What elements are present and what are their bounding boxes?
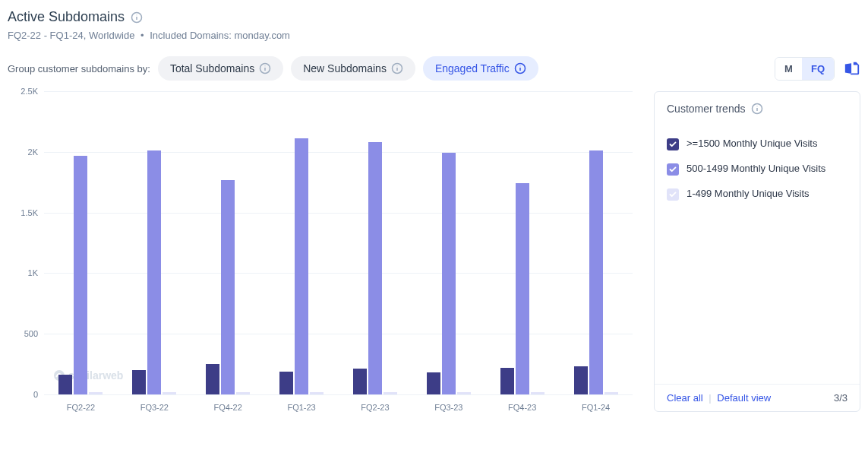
y-tick-label: 0 [8, 390, 38, 399]
bar[interactable] [604, 392, 618, 394]
checkbox-icon [667, 188, 679, 201]
bar[interactable] [89, 392, 103, 394]
separator: | [709, 392, 711, 404]
pill-total-subdomains[interactable]: Total Subdomains [158, 56, 283, 81]
bar-group [427, 91, 471, 394]
pill-engaged-traffic[interactable]: Engaged Traffic [423, 56, 538, 81]
pill-label: Engaged Traffic [435, 62, 510, 74]
bars-container [44, 91, 633, 394]
bar[interactable] [163, 392, 176, 394]
bar[interactable] [574, 366, 588, 394]
svg-point-15 [757, 106, 758, 106]
svg-point-11 [519, 65, 520, 66]
gridline [44, 394, 633, 395]
bar[interactable] [74, 156, 87, 394]
page-title: Active Subdomains [8, 9, 125, 25]
x-tick-label: FQ4-23 [501, 403, 544, 412]
chart: similarweb 05001K1.5K2K2.5K FQ2-22FQ3-22… [8, 91, 640, 412]
x-tick-label: FQ4-22 [207, 403, 249, 412]
y-tick-label: 2.5K [8, 87, 38, 96]
bar[interactable] [132, 370, 146, 394]
bar[interactable] [427, 372, 440, 394]
clear-all-link[interactable]: Clear all [667, 392, 703, 404]
y-tick-label: 1.5K [8, 208, 38, 217]
bar[interactable] [442, 153, 456, 394]
legend-label: 500-1499 Monthly Unique Visits [687, 163, 825, 176]
bar-group [132, 91, 176, 394]
legend-panel: Customer trends >=1500 Monthly Unique Vi… [654, 91, 860, 412]
bar-group [279, 91, 324, 394]
period-toggle: M FQ [775, 57, 835, 81]
bar-group [500, 91, 544, 394]
bar[interactable] [279, 372, 293, 394]
export-excel-icon[interactable] [844, 60, 860, 77]
info-icon[interactable] [131, 11, 143, 24]
x-tick-label: FQ1-23 [280, 403, 323, 412]
bar[interactable] [310, 392, 324, 394]
default-view-link[interactable]: Default view [717, 392, 771, 404]
bar[interactable] [295, 138, 308, 394]
x-tick-label: FQ2-23 [354, 403, 396, 412]
legend-label: 1-499 Monthly Unique Visits [687, 188, 810, 201]
group-by-label: Group customer subdomains by: [8, 63, 150, 74]
pill-label: New Subdomains [303, 62, 387, 74]
legend-count: 3/3 [834, 392, 847, 404]
checkbox-icon [667, 138, 679, 150]
subtitle-domains-prefix: Included Domains: [150, 30, 232, 41]
legend-item[interactable]: 1-499 Monthly Unique Visits [667, 182, 847, 207]
bar[interactable] [500, 368, 514, 394]
bar[interactable] [353, 369, 367, 394]
bar[interactable] [531, 392, 544, 394]
bar[interactable] [368, 142, 382, 394]
dot-separator: • [140, 30, 144, 41]
checkbox-icon [667, 163, 679, 176]
pill-label: Total Subdomains [170, 62, 254, 74]
bar[interactable] [383, 392, 397, 394]
bar-group [58, 91, 103, 394]
bar-group [574, 91, 618, 394]
bar[interactable] [236, 392, 250, 394]
x-tick-label: FQ2-22 [59, 403, 102, 412]
legend-label: >=1500 Monthly Unique Visits [687, 138, 817, 150]
subtitle: FQ2-22 - FQ1-24, Worldwide • Included Do… [8, 30, 860, 41]
svg-point-5 [265, 65, 266, 66]
toggle-month[interactable]: M [775, 58, 802, 80]
info-icon [514, 62, 526, 74]
bar[interactable] [516, 183, 529, 394]
svg-point-8 [396, 65, 397, 66]
y-tick-label: 500 [8, 329, 38, 338]
info-icon [391, 62, 403, 74]
svg-point-2 [137, 14, 137, 15]
bar[interactable] [457, 392, 471, 394]
x-tick-label: FQ3-23 [428, 403, 470, 412]
y-tick-label: 2K [8, 147, 38, 157]
x-tick-label: FQ3-22 [133, 403, 175, 412]
subtitle-range: FQ2-22 - FQ1-24, Worldwide [8, 30, 134, 41]
bar[interactable] [221, 180, 235, 394]
legend-title: Customer trends [667, 103, 745, 115]
subtitle-domains: monday.com [234, 30, 289, 41]
pill-new-subdomains[interactable]: New Subdomains [291, 56, 415, 81]
toggle-fq[interactable]: FQ [802, 58, 834, 80]
bar[interactable] [206, 364, 219, 394]
info-icon[interactable] [751, 103, 763, 115]
x-tick-label: FQ1-24 [575, 403, 617, 412]
y-tick-label: 1K [8, 268, 38, 277]
bar[interactable] [147, 150, 161, 394]
info-icon [259, 62, 271, 74]
bar[interactable] [589, 150, 603, 394]
legend-item[interactable]: 500-1499 Monthly Unique Visits [667, 157, 847, 182]
bar-group [206, 91, 250, 394]
legend-item[interactable]: >=1500 Monthly Unique Visits [667, 131, 847, 157]
bar[interactable] [58, 375, 72, 394]
bar-group [353, 91, 397, 394]
